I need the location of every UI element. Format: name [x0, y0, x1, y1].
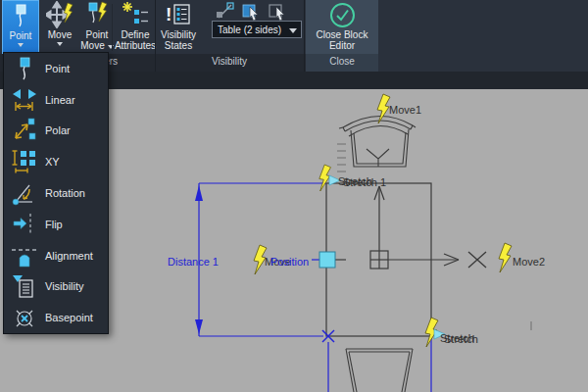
define-attributes-label-2: Attributes [115, 40, 156, 51]
linear-icon [12, 87, 37, 113]
menu-item-polar[interactable]: Polar [4, 116, 108, 147]
group-label-close: Close [306, 56, 378, 67]
panel-divider [304, 0, 305, 72]
point-icon [12, 56, 37, 81]
chair-top-shape[interactable] [339, 116, 416, 167]
label-move2: Move2 [513, 256, 545, 268]
label-stretch-top-overlap: Stretch 1 [343, 176, 386, 188]
visibility-states-icon: ! [165, 0, 192, 29]
menu-item-alignment[interactable]: Alignment [4, 240, 108, 271]
dimension-arrow-down [195, 319, 203, 334]
move-button-label: Move [48, 29, 72, 40]
tick-marks [337, 144, 346, 172]
svg-text:!: ! [166, 4, 172, 24]
point-move-label-1: Point [86, 29, 109, 40]
point-move-button[interactable]: Point Move [80, 0, 114, 54]
move-action-button[interactable]: Move [41, 0, 78, 54]
move-action-icon [46, 0, 74, 29]
visibility-icon [12, 273, 37, 299]
point-move-label-2: Move [80, 40, 104, 51]
visibility-states-label-2: States [165, 40, 192, 51]
grip-box[interactable] [370, 251, 388, 269]
menu-item-visibility[interactable]: Visibility [4, 270, 108, 302]
label-position-parameter: Position [270, 256, 309, 268]
make-visible-icon[interactable] [242, 2, 261, 21]
distance-dimension[interactable] [199, 183, 431, 392]
define-attributes-icon [122, 0, 149, 29]
point-parameter-icon [9, 1, 32, 30]
menu-item-flip[interactable]: Flip [4, 209, 108, 240]
action-horizontal-arrow [388, 254, 459, 266]
visibility-mini-toolbar [216, 2, 287, 21]
point-parameter-dropdown-menu: Point Linear [3, 52, 109, 334]
group-label-visibility: Visibility [155, 56, 304, 67]
visibility-state-value: Table (2 sides) [218, 24, 281, 35]
visibility-states-button[interactable]: ! Visibility States [159, 0, 198, 54]
close-panel: Close Block Editor Close [306, 0, 378, 72]
point-parameter-button[interactable]: Point [2, 0, 39, 54]
chevron-down-icon [289, 28, 297, 33]
chevron-down-icon [18, 43, 24, 47]
close-block-editor-label-2: Editor [329, 40, 355, 51]
x-marker-dark [468, 252, 486, 268]
chair-bottom-shape[interactable] [346, 349, 413, 392]
visibility-mode-icon[interactable] [216, 2, 234, 21]
menu-item-point[interactable]: Point [4, 53, 108, 84]
define-attributes-label-1: Define [122, 29, 150, 40]
menu-item-xy[interactable]: XY [4, 146, 108, 177]
rotation-icon [12, 180, 37, 206]
basepoint-icon [12, 305, 37, 330]
label-stretch-bottom-overlap: Stretch [444, 333, 478, 345]
chevron-down-icon [57, 42, 63, 46]
point-move-icon [84, 0, 110, 29]
close-block-editor-label-1: Close Block [317, 29, 368, 40]
visibility-state-select[interactable]: Table (2 sides) [212, 21, 302, 38]
action-vertical-line [374, 186, 384, 251]
visibility-states-label-1: Visibility [161, 29, 196, 40]
alignment-icon [12, 243, 37, 269]
point-button-label: Point [10, 30, 32, 41]
define-attributes-button[interactable]: Define Attributes [116, 0, 155, 54]
position-grip-square[interactable] [319, 252, 335, 268]
menu-item-basepoint[interactable]: Basepoint [4, 302, 108, 333]
polar-icon [12, 118, 37, 143]
dimension-arrow-up [195, 185, 203, 201]
label-move1: Move1 [389, 104, 421, 116]
label-distance1: Distance 1 [168, 256, 219, 268]
menu-item-linear[interactable]: Linear [4, 84, 108, 116]
make-invisible-icon[interactable] [269, 2, 287, 21]
lightning-bolt-icon[interactable] [499, 243, 512, 272]
menu-item-rotation[interactable]: Rotation [4, 177, 108, 209]
flip-icon [12, 212, 37, 237]
block-editor-window: Point Move [0, 0, 588, 392]
xy-icon [12, 149, 37, 174]
close-block-editor-button[interactable]: Close Block Editor [311, 0, 373, 54]
close-block-editor-icon [329, 0, 356, 29]
divider [112, 4, 113, 51]
